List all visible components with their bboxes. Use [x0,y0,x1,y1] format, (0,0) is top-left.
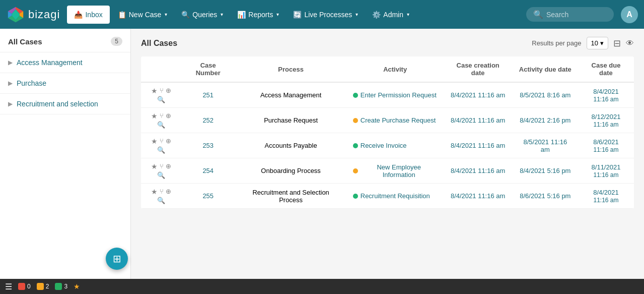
tree-action-icon[interactable]: ⑂ [160,188,164,196]
activity-due-date: 8/6/2021 5:16 pm [520,192,570,200]
sidebar-item-access-management[interactable]: ▶ Access Management [0,52,130,73]
row-actions-cell: ★ ⑂ ⊕ 🔍 [141,158,181,184]
red-count: 0 [27,283,31,290]
activity-link[interactable]: Recruitment Requisition [353,192,438,200]
sidebar-item-purchase[interactable]: ▶ Purchase [0,73,130,93]
star-action-icon[interactable]: ★ [151,87,158,95]
statusbar: ☰ 0 2 3 ★ [0,279,644,294]
table-header: Case Number Process Activity Case creati… [141,56,634,82]
search-input[interactable] [546,11,607,19]
activity-due-date-cell: 8/5/2021 8:16 am [513,82,578,108]
table-row: ★ ⑂ ⊕ 🔍 255 Recruitment and Selection Pr… [141,184,634,209]
th-process: Process [235,56,347,82]
queries-icon: 🔍 [181,11,190,19]
link-action-icon[interactable]: ⊕ [166,112,171,120]
content-title: All Cases [141,39,177,48]
content-controls: Results per page 10 ▾ ⊟ 👁 [532,37,634,49]
tree-action-icon[interactable]: ⑂ [160,162,164,170]
filter-icon: ⊟ [613,38,621,48]
tree-action-icon[interactable]: ⑂ [160,112,164,120]
green-indicator [55,283,62,290]
per-page-select[interactable]: 10 ▾ [587,37,608,49]
search-action-icon[interactable]: 🔍 [157,96,165,103]
fab-button[interactable]: ⊞ [106,248,128,270]
activity-due-date: 8/4/2021 5:16 pm [520,167,570,174]
reports-nav-button[interactable]: 📊 Reports ▾ [231,7,285,23]
link-action-icon[interactable]: ⊕ [166,87,171,95]
inbox-nav-button[interactable]: 📥 Inbox [67,6,109,24]
case-due-date-line1: 8/4/2021 [593,189,619,196]
case-due-date-line1: 8/6/2021 [593,138,619,146]
case-number-link[interactable]: 253 [202,142,213,149]
case-due-date-line2: 11:16 am [593,121,618,128]
live-processes-nav-button[interactable]: 🔄 Live Processes ▾ [287,7,364,23]
sidebar-item-recruitment[interactable]: ▶ Recruitment and selection [0,94,130,114]
activity-link[interactable]: Create Purchase Request [353,116,438,124]
search-box[interactable]: 🔍 [526,7,614,22]
case-due-date-line2: 11:16 am [593,197,618,204]
column-visibility-button[interactable]: 👁 [626,39,634,48]
results-per-page-label: Results per page [532,39,581,47]
live-processes-icon: 🔄 [293,11,302,19]
main-layout: All Cases 5 ▶ Access Management ▶ Purcha… [0,29,644,279]
case-number-link[interactable]: 251 [202,91,213,99]
star-action-icon[interactable]: ★ [151,162,158,170]
case-number-cell: 254 [181,158,235,184]
table-row: ★ ⑂ ⊕ 🔍 254 Onboarding Process Ne [141,158,634,184]
search-action-icon[interactable]: 🔍 [157,121,165,129]
star-action-icon[interactable]: ★ [151,188,158,196]
activity-cell: Receive Invoice [347,133,444,158]
statusbar-star-item[interactable]: ★ [74,282,80,290]
case-due-date-cell: 8/12/2021 11:16 am [578,108,634,133]
search-action-icon[interactable]: 🔍 [157,197,165,204]
case-due-date-cell: 8/4/2021 11:16 am [578,82,634,108]
search-action-icon[interactable]: 🔍 [157,171,165,179]
link-action-icon[interactable]: ⊕ [166,188,171,196]
sidebar-group-recruitment: ▶ Recruitment and selection [0,94,130,114]
search-action-icon[interactable]: 🔍 [157,146,165,154]
queries-nav-button[interactable]: 🔍 Queries ▾ [175,7,229,23]
case-due-date-line1: 8/4/2021 [593,88,619,95]
reports-icon: 📊 [237,11,246,19]
link-action-icon[interactable]: ⊕ [166,162,171,170]
process-cell: Recruitment and Selection Process [235,184,347,209]
filter-button[interactable]: ⊟ [613,38,621,49]
process-name: Access Management [260,91,321,99]
star-action-icon[interactable]: ★ [151,112,158,120]
tree-action-icon[interactable]: ⑂ [160,137,164,145]
activity-due-date: 8/5/2021 11:16 am [523,138,567,153]
avatar[interactable]: A [621,6,638,23]
sidebar-header: All Cases 5 [0,29,130,52]
chevron-right-icon: ▶ [8,100,13,107]
sidebar: All Cases 5 ▶ Access Management ▶ Purcha… [0,29,131,279]
case-number-link[interactable]: 255 [202,192,213,200]
statusbar-yellow-item[interactable]: 2 [37,283,49,290]
star-action-icon[interactable]: ★ [151,137,158,145]
new-case-nav-button[interactable]: 📋 New Case ▾ [112,7,174,23]
process-name: Onboarding Process [261,167,321,174]
row-actions-cell: ★ ⑂ ⊕ 🔍 [141,108,181,133]
sidebar-item-label: Recruitment and selection [17,100,98,108]
admin-nav-button[interactable]: ⚙️ Admin ▾ [366,7,415,23]
statusbar-red-item[interactable]: 0 [18,283,31,290]
link-action-icon[interactable]: ⊕ [166,137,171,145]
sidebar-group-purchase: ▶ Purchase [0,73,130,94]
statusbar-hamburger[interactable]: ☰ [5,282,12,291]
avatar-letter: A [626,10,632,19]
hamburger-icon: ☰ [5,282,12,291]
statusbar-green-item[interactable]: 3 [55,283,67,290]
activity-due-date-cell: 8/6/2021 5:16 pm [513,184,578,209]
admin-caret-icon: ▾ [407,12,409,17]
inbox-icon: 📥 [74,11,83,19]
activity-link[interactable]: Receive Invoice [353,142,438,149]
activity-link[interactable]: New Employee Information [353,163,438,179]
case-number-link[interactable]: 252 [202,116,213,124]
row-actions-cell: ★ ⑂ ⊕ 🔍 [141,133,181,158]
activity-cell: Recruitment Requisition [347,184,444,209]
tree-action-icon[interactable]: ⑂ [160,87,164,95]
case-number-link[interactable]: 254 [202,167,213,174]
case-creation-date: 8/4/2021 11:16 am [451,91,505,99]
activity-link[interactable]: Enter Permission Request [353,91,438,99]
case-creation-date: 8/4/2021 11:16 am [451,116,505,124]
th-activity: Activity [347,56,444,82]
